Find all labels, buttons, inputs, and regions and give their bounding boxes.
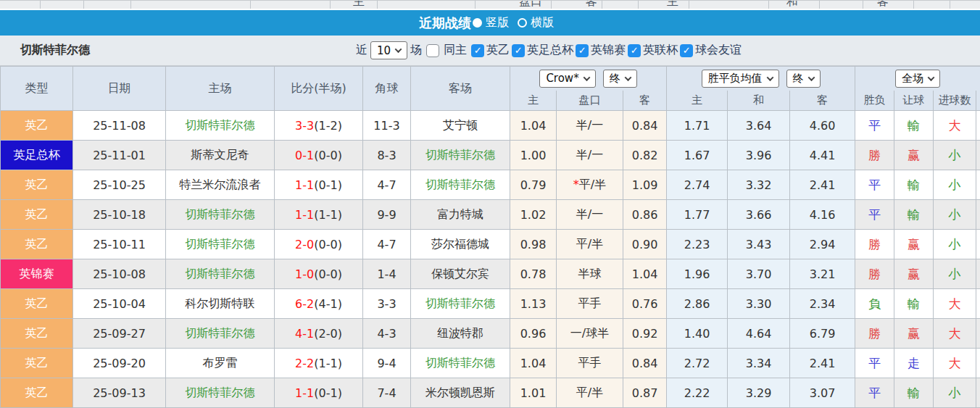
bookmaker-select[interactable]: Crow*	[539, 70, 595, 88]
league-checkbox-4[interactable]: ✓	[628, 44, 641, 57]
avg-odds-home: 1.67	[667, 141, 728, 170]
match-type-label: 英足总杯	[14, 148, 60, 162]
handicap-odds-away: 0.84	[623, 349, 667, 378]
handicap-odds-away: 0.90	[623, 230, 667, 259]
handicap-line-text: 平手	[578, 356, 602, 370]
avg-odds-draw: 3.96	[728, 141, 790, 170]
league-label[interactable]: 英乙	[486, 43, 510, 58]
away-team[interactable]: 富力特城	[411, 200, 510, 230]
home-team[interactable]: 切斯特菲尔德	[166, 111, 275, 141]
avg-odds-away: 4.60	[790, 111, 855, 141]
avg-odds-home: 2.23	[667, 230, 728, 259]
home-team[interactable]: 切斯特菲尔德	[166, 200, 275, 230]
table-grid-line	[768, 1, 769, 9]
score: 3-3(1-2)	[275, 111, 363, 141]
chevron-down-icon	[395, 46, 402, 53]
away-team[interactable]: 切斯特菲尔德	[411, 141, 510, 170]
filler-cell	[976, 230, 980, 259]
league-label[interactable]: 球会友谊	[695, 43, 742, 58]
full-time-score: 3-3	[295, 119, 314, 133]
handicap-odds-away: 0.82	[623, 141, 667, 170]
home-team[interactable]: 布罗雷	[166, 349, 275, 378]
away-team[interactable]: 切斯特菲尔德	[411, 289, 510, 319]
avg-odds-away-value: 2.94	[810, 238, 836, 251]
avg-odds-home-value: 2.23	[684, 238, 710, 251]
away-team[interactable]: 切斯特菲尔德	[411, 170, 510, 200]
recent-label: 近	[356, 43, 368, 58]
home-team[interactable]: 切斯特菲尔德	[166, 230, 275, 259]
away-team[interactable]: 莎尔福德城	[411, 230, 510, 259]
scope-select[interactable]: 全场	[895, 70, 940, 88]
same-home-label: 同主	[444, 43, 467, 58]
match-type: 英乙	[1, 200, 73, 230]
vertical-layout-label[interactable]: 竖版	[486, 15, 509, 30]
league-label[interactable]: 英联杯	[643, 43, 678, 58]
corners-text: 9-4	[377, 357, 396, 370]
handicap-line-text: 半/一	[576, 148, 603, 162]
avg-odds-group-header: 胜平负均值 终	[667, 67, 855, 91]
match-date: 25-09-13	[73, 378, 166, 408]
handicap-result-mark: 赢	[894, 141, 934, 170]
half-time-score: (0-0)	[314, 149, 342, 162]
league-checkbox-5[interactable]: ✓	[680, 44, 693, 57]
score: 2-2(1-1)	[275, 349, 363, 378]
league-checkbox-1[interactable]: ✓	[471, 44, 484, 57]
match-date: 25-10-08	[73, 259, 166, 289]
home-team[interactable]: 特兰米尔流浪者	[166, 170, 275, 200]
away-team-name: 切斯特菲尔德	[425, 178, 495, 191]
league-checkbox-3[interactable]: ✓	[576, 44, 589, 57]
avg-odds-home: 2.86	[667, 289, 728, 319]
away-team-name: 纽波特郡	[437, 326, 483, 340]
handicap-odds-away-value: 0.86	[632, 208, 658, 222]
result-text: 平	[868, 207, 881, 222]
avg-odds-away: 2.41	[790, 349, 855, 378]
handicap-odds-home: 1.13	[510, 289, 557, 319]
filler-cell	[976, 349, 980, 378]
avg-odds-home: 1.96	[667, 259, 728, 289]
table-row: 英足总杯25-11-01斯蒂文尼奇0-1(0-0)8-3切斯特菲尔德1.00半/…	[1, 141, 980, 170]
avg-odds-away: 2.41	[790, 170, 855, 200]
score: 4-1(2-0)	[275, 319, 363, 349]
avg-odds-home-value: 2.22	[684, 386, 710, 400]
avg-odds-away: 4.41	[790, 141, 855, 170]
away-team[interactable]: 纽波特郡	[411, 319, 510, 349]
handicap-odds-home: 1.01	[510, 378, 557, 408]
league-checkbox-2[interactable]: ✓	[512, 44, 525, 57]
same-home-checkbox[interactable]	[426, 44, 439, 57]
avg-odds-away-value: 2.41	[810, 357, 836, 370]
goals-text: 大	[949, 356, 961, 370]
handicap-result-mark: 輸	[894, 289, 934, 319]
home-team[interactable]: 切斯特菲尔德	[166, 378, 275, 408]
league-label[interactable]: 英足总杯	[527, 43, 573, 58]
vertical-layout-radio[interactable]	[473, 18, 482, 28]
handicap-odds-home-value: 1.01	[520, 386, 547, 400]
match-type-label: 英乙	[25, 207, 49, 221]
away-team[interactable]: 切斯特菲尔德	[411, 349, 510, 378]
avg-time-select[interactable]: 终	[786, 70, 821, 88]
recent-count-select[interactable]: 10	[370, 41, 407, 59]
handicap-odds-away: 0.86	[623, 200, 667, 230]
match-date-text: 25-10-04	[93, 297, 146, 311]
goals-mark: 小	[934, 378, 976, 408]
home-team[interactable]: 切斯特菲尔德	[166, 259, 275, 289]
col-header-away: 客场	[411, 67, 510, 111]
horizontal-layout-label[interactable]: 横版	[531, 15, 554, 30]
away-team[interactable]: 保顿艾尔宾	[411, 259, 510, 289]
horizontal-layout-radio[interactable]	[518, 18, 527, 28]
handicap-time-select[interactable]: 终	[603, 70, 637, 88]
home-team[interactable]: 切斯特菲尔德	[166, 319, 275, 349]
home-team[interactable]: 科尔切斯特联	[166, 289, 275, 319]
handicap-line: 一/球半	[557, 319, 623, 349]
handicap-line-text: 半/一	[576, 118, 603, 132]
home-team[interactable]: 斯蒂文尼奇	[166, 141, 275, 170]
avg-time-value: 终	[793, 72, 804, 86]
chevron-down-icon	[807, 74, 815, 81]
full-time-score: 2-0	[295, 238, 314, 251]
away-team[interactable]: 艾宁顿	[411, 111, 510, 141]
away-team[interactable]: 米尔顿凯恩斯	[411, 378, 510, 408]
full-time-score: 6-2	[295, 297, 314, 311]
avg-odds-away-value: 4.60	[810, 119, 836, 133]
result-text: 勝	[868, 237, 881, 251]
league-label[interactable]: 英锦赛	[591, 43, 626, 58]
avg-odds-select[interactable]: 胜平负均值	[702, 70, 779, 88]
